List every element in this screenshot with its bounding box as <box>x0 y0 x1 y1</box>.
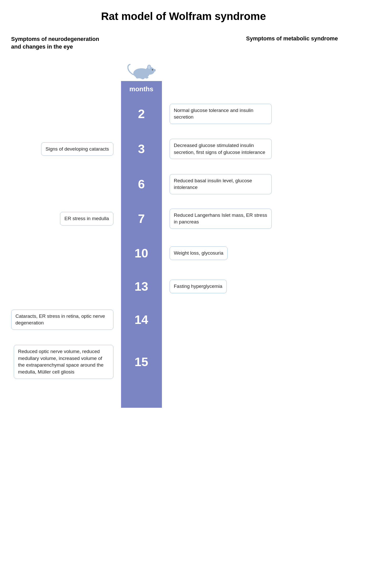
right-info-month-3: Decreased glucose stimulated insulin sec… <box>170 139 272 159</box>
right-info-month-13: Fasting hyperglycemia <box>170 280 227 293</box>
month-7-center: 7 <box>121 201 162 236</box>
left-cell-month-14: Cataracts, ER stress in retina, optic ne… <box>11 310 121 330</box>
right-cell-month-2: Normal glucose tolerance and insulin sec… <box>162 104 272 124</box>
right-info-month-7: Reduced Langerhans Islet mass, ER stress… <box>170 209 272 229</box>
months-header: months <box>121 81 162 97</box>
left-cell-month-7: ER stress in medulla <box>11 212 121 225</box>
arrow-bottom <box>121 387 162 408</box>
right-cell-month-10: Weight loss, glycosuria <box>162 246 272 260</box>
month-2-center: 2 <box>121 97 162 130</box>
month-6-center: 6 <box>121 167 162 201</box>
right-info-month-6: Reduced basal insulin level, glucose int… <box>170 174 272 194</box>
left-column-header: Symptoms of neurodegeneration and change… <box>11 35 121 50</box>
svg-point-5 <box>152 69 153 71</box>
left-cell-month-15: Reduced optic nerve volume, reduced medu… <box>11 345 121 379</box>
page-title: Rat model of Wolfram syndrome <box>101 10 266 22</box>
right-info-month-2: Normal glucose tolerance and insulin sec… <box>170 104 272 124</box>
right-cell-month-13: Fasting hyperglycemia <box>162 280 272 293</box>
month-3-center: 3 <box>121 130 162 167</box>
left-info-month-7: ER stress in medulla <box>60 212 113 225</box>
svg-point-4 <box>148 65 150 69</box>
right-cell-month-6: Reduced basal insulin level, glucose int… <box>162 174 272 194</box>
month-15-center: 15 <box>121 336 162 387</box>
rat-icon-container <box>121 58 162 81</box>
left-cell-month-3: Signs of developing cataracts <box>11 142 121 156</box>
right-cell-month-3: Decreased glucose stimulated insulin sec… <box>162 139 272 159</box>
right-info-month-10: Weight loss, glycosuria <box>170 246 228 260</box>
right-column-header: Symptoms of metabolic syndrome <box>246 35 356 50</box>
svg-point-8 <box>141 77 145 79</box>
svg-point-9 <box>145 76 148 78</box>
rat-icon <box>127 58 156 81</box>
left-info-month-15: Reduced optic nerve volume, reduced medu… <box>14 345 113 379</box>
left-info-month-14: Cataracts, ER stress in retina, optic ne… <box>11 310 113 330</box>
month-14-center: 14 <box>121 303 162 336</box>
left-info-month-3: Signs of developing cataracts <box>41 142 113 156</box>
svg-point-7 <box>136 76 139 78</box>
month-13-center: 13 <box>121 270 162 303</box>
month-10-center: 10 <box>121 236 162 270</box>
right-cell-month-7: Reduced Langerhans Islet mass, ER stress… <box>162 209 272 229</box>
